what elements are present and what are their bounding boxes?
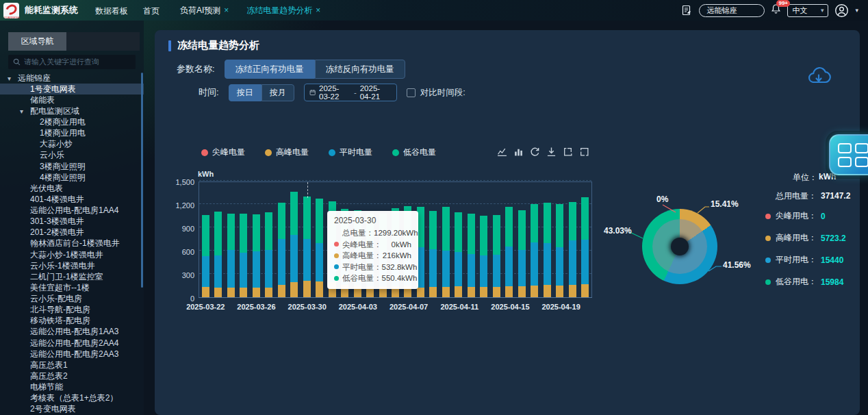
tree-item[interactable]: 储能表: [0, 95, 144, 105]
data-zoom-icon[interactable]: [563, 147, 573, 157]
compare-checkbox-wrap[interactable]: 对比时间段:: [407, 87, 465, 99]
language-select[interactable]: 中文 ▾: [787, 4, 828, 17]
tree-item[interactable]: 4楼商业照明: [0, 172, 144, 183]
tree-item[interactable]: 电梯节能: [0, 382, 144, 393]
bar-2025-03-25[interactable]: [237, 182, 249, 297]
close-tab-icon[interactable]: ×: [316, 5, 320, 15]
bar-2025-04-10[interactable]: [439, 182, 452, 297]
caret-down-icon[interactable]: ▾: [20, 108, 30, 115]
tree-item[interactable]: 远能公用电-配电房1AA4: [0, 205, 144, 216]
tree-item[interactable]: 美佳宜超市--1楼: [0, 282, 144, 293]
bar-2025-03-31[interactable]: [313, 182, 325, 297]
legend-label: 尖峰电量: [212, 147, 245, 158]
sidebar-search-input[interactable]: 请输入关键字进行查询: [8, 55, 136, 69]
tree-item[interactable]: 大蒜小炒: [0, 139, 144, 150]
toggle-bar-icon[interactable]: [513, 147, 524, 157]
tree-item[interactable]: 二机门卫-1楼监控室: [0, 271, 144, 282]
bar-segment: [480, 255, 487, 288]
bar-2025-04-20[interactable]: [566, 182, 578, 297]
tree-item[interactable]: 3楼商业照明: [0, 161, 144, 172]
tree-item[interactable]: 1号变电网表: [0, 84, 144, 95]
tree-item[interactable]: 301-3楼强电井: [0, 216, 144, 227]
bar-2025-03-29[interactable]: [288, 182, 300, 297]
x-axis-tick: 2025-04-03: [339, 303, 377, 311]
bar-2025-04-15[interactable]: [503, 182, 515, 297]
save-image-icon[interactable]: [546, 147, 557, 157]
report-icon[interactable]: [681, 5, 693, 16]
tree-item[interactable]: 1楼商业用电: [0, 128, 144, 139]
topbar-tab[interactable]: 负荷AI预测×: [180, 5, 229, 16]
floating-widget-button[interactable]: [829, 134, 868, 175]
tree-item[interactable]: 云小乐: [0, 150, 144, 161]
tree-item-label: 1号变电网表: [30, 84, 76, 95]
bar-2025-03-26[interactable]: [250, 182, 262, 297]
tree-item[interactable]: 大蒜小炒-1楼强电井: [0, 249, 144, 260]
bar-2025-04-13[interactable]: [478, 182, 490, 297]
bar-2025-04-11[interactable]: [452, 182, 465, 297]
bar-2025-03-27[interactable]: [262, 182, 275, 297]
bar-2025-03-22[interactable]: [199, 182, 212, 297]
bar-2025-04-16[interactable]: [515, 182, 528, 297]
tree-item[interactable]: 考核表（总表1+总表2）: [0, 393, 144, 404]
bar-2025-04-12[interactable]: [465, 182, 477, 297]
user-menu-caret-icon[interactable]: ▾: [855, 7, 858, 14]
bar-2025-03-28[interactable]: [275, 182, 288, 297]
zoom-reset-icon[interactable]: [579, 147, 589, 157]
tree-item[interactable]: 移动铁塔-配电房: [0, 316, 144, 327]
tree-item[interactable]: 2号变电网表: [0, 404, 144, 415]
bar-2025-04-18[interactable]: [541, 182, 553, 297]
tree-item[interactable]: ▾配电监测区域: [0, 105, 144, 116]
cloud-download-icon[interactable]: [806, 66, 831, 90]
tree-item[interactable]: 201-2楼强电井: [0, 227, 144, 238]
bar-2025-04-14[interactable]: [490, 182, 502, 297]
bar-segment: [556, 286, 563, 297]
legend-item[interactable]: 平时电量: [329, 147, 372, 158]
sidebar-scrollbar-thumb[interactable]: [141, 73, 143, 288]
tree-item[interactable]: ▾远能锦座: [0, 73, 144, 84]
tree-item[interactable]: 远能公用电-配电房2AA3: [0, 349, 144, 360]
close-tab-icon[interactable]: ×: [224, 5, 229, 15]
bar-segment: [278, 285, 285, 297]
tree-item[interactable]: 2楼商业用电: [0, 117, 144, 128]
topbar-nav-item[interactable]: 首页: [143, 6, 159, 16]
station-input[interactable]: [699, 4, 765, 17]
time-mode-button[interactable]: 按月: [261, 84, 294, 101]
tree-item[interactable]: 光伏电表: [0, 183, 144, 194]
param-button[interactable]: 冻结正向有功电量: [225, 60, 315, 79]
time-mode-button[interactable]: 按日: [229, 84, 261, 101]
caret-down-icon[interactable]: ▾: [8, 75, 18, 82]
tree-item[interactable]: 高压总表1: [0, 360, 144, 370]
tree-item[interactable]: 翰林酒店前台-1楼强电井: [0, 238, 144, 249]
avatar[interactable]: [834, 3, 849, 18]
legend-item[interactable]: 高峰电量: [265, 147, 309, 158]
tree-item[interactable]: 高压总表2: [0, 370, 144, 381]
toggle-line-icon[interactable]: [497, 147, 507, 157]
legend-item[interactable]: 尖峰电量: [201, 147, 245, 158]
topbar-nav-item[interactable]: 数据看板: [95, 6, 128, 16]
bar-2025-04-17[interactable]: [528, 182, 541, 297]
notification-bell[interactable]: 99+: [771, 3, 781, 17]
tree-item[interactable]: 北斗导航-配电房: [0, 305, 144, 316]
compare-checkbox[interactable]: [407, 88, 416, 97]
tree-item[interactable]: 远能公用电-配电房1AA3: [0, 327, 144, 338]
bar-2025-04-21[interactable]: [579, 182, 591, 297]
tree-item-label: 储能表: [30, 95, 55, 106]
sidebar-tab-region-nav[interactable]: 区域导航: [8, 32, 66, 51]
tooltip-series-value: 550.4kWh: [382, 273, 418, 284]
param-button[interactable]: 冻结反向有功电量: [315, 60, 405, 79]
date-range-input[interactable]: 2025-03-22 - 2025-04-21: [304, 84, 397, 101]
tree-item[interactable]: 401-4楼强电井: [0, 194, 144, 205]
legend-item[interactable]: 低谷电量: [392, 147, 436, 158]
tree-item[interactable]: 云小乐-配电房: [0, 294, 144, 305]
tooltip-series-value: 216kWh: [383, 250, 411, 262]
bar-2025-03-23[interactable]: [212, 182, 224, 297]
stat-dot: [765, 236, 771, 241]
bar-2025-04-09[interactable]: [427, 182, 439, 297]
restore-icon[interactable]: [530, 147, 540, 157]
bar-2025-03-30[interactable]: [301, 182, 313, 297]
bar-2025-03-24[interactable]: [225, 182, 237, 297]
tree-item[interactable]: 远能公用电-配电房2AA4: [0, 338, 144, 349]
topbar-tab[interactable]: 冻结电量趋势分析×: [246, 5, 320, 16]
tree-item[interactable]: 云小乐-1楼强电井: [0, 260, 144, 271]
bar-2025-04-19[interactable]: [554, 182, 566, 297]
